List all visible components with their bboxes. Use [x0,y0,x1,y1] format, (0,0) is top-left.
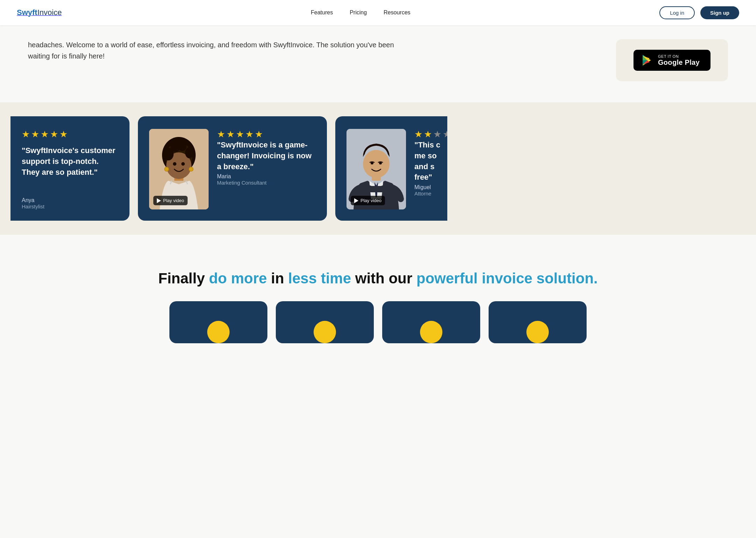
play-triangle-icon-3 [354,198,358,203]
nav-features[interactable]: Features [311,9,333,16]
reviewer-1: Anya Hairstylist [22,196,118,209]
reviewer-name-3: Miguel [414,184,447,191]
svg-point-10 [164,167,169,171]
nav-resources[interactable]: Resources [384,9,410,16]
reviewer-title-2: Marketing Consultant [217,180,316,186]
feature-card-4 [489,301,587,343]
review-text-3: ★ ★ ★ ★ ★ "This cme soand sfree" Miguel … [414,129,447,196]
hero-text: headaches. Welcome to a world of ease, e… [28,39,413,62]
bottom-headline: Finally do more in less time with our po… [28,270,728,287]
headline-teal1: do more [209,270,267,287]
reviewer-name-1: Anya [22,197,118,204]
google-play-text: GET IT ON Google Play [658,54,700,67]
play-video-btn-3[interactable]: Play video [351,196,385,205]
google-play-label: Google Play [658,58,700,67]
get-it-on-label: GET IT ON [658,54,700,58]
svg-point-11 [189,167,193,171]
review-card-2: Play video ★ ★ ★ ★ ★ "SwyftInvoice is a … [138,116,327,221]
review-media-3: Play video ★ ★ ★ ★ ★ "This cme soand sfr… [346,129,436,209]
svg-point-9 [181,162,185,166]
stars-3: ★ ★ ★ ★ ★ [414,129,447,140]
bottom-headline-section: Finally do more in less time with our po… [0,249,756,301]
svg-point-20 [371,162,373,165]
nav-actions: Log in Sign up [659,6,739,19]
reviewer-title-3: Attorne [414,191,447,196]
svg-point-8 [173,162,176,166]
review-card-1: ★ ★ ★ ★ ★ "SwyftInvoice's customer suppo… [10,116,130,221]
headline-teal2: less time [288,270,351,287]
review-quote-3: "This cme soand sfree" [414,140,447,183]
play-video-label-2: Play video [163,198,184,203]
hero-section: headaches. Welcome to a world of ease, e… [0,25,756,92]
play-video-label-3: Play video [360,198,382,203]
headline-part1: Finally [158,270,209,287]
reviewer-title-1: Hairstylist [22,204,118,209]
svg-point-13 [185,147,194,158]
svg-point-16 [175,141,182,149]
login-button[interactable]: Log in [659,6,695,19]
review-card-3: Play video ★ ★ ★ ★ ★ "This cme soand sfr… [335,116,447,221]
feature-icon-4 [526,321,549,343]
logo-swyft: Swyft [17,8,37,17]
feature-icon-2 [314,321,336,343]
reviewer-photo-3: Play video [346,129,406,209]
logo-invoice: Invoice [37,8,62,17]
navigation: SwyftInvoice Features Pricing Resources … [0,0,756,25]
reviewer-name-2: Maria [217,173,316,180]
feature-cards-section [0,301,756,343]
stars-2: ★ ★ ★ ★ ★ [217,129,316,140]
nav-links: Features Pricing Resources [311,9,411,16]
headline-part2: in [267,270,288,287]
review-quote-2: "SwyftInvoice is a game-changer! Invoici… [217,140,316,172]
hero-body: headaches. Welcome to a world of ease, e… [28,39,413,62]
feature-card-3 [382,301,480,343]
play-triangle-icon-2 [157,198,161,203]
headline-teal3: powerful invoice solution. [416,270,598,287]
reviews-inner: ★ ★ ★ ★ ★ "SwyftInvoice's customer suppo… [0,116,458,221]
play-video-btn-2[interactable]: Play video [153,196,188,205]
logo[interactable]: SwyftInvoice [17,8,62,17]
svg-point-21 [379,162,382,165]
feature-card-1 [169,301,267,343]
feature-icon-3 [420,321,442,343]
reviews-section: ★ ★ ★ ★ ★ "SwyftInvoice's customer suppo… [0,102,756,235]
stars-1: ★ ★ ★ ★ ★ [22,129,118,140]
review-text-2: ★ ★ ★ ★ ★ "SwyftInvoice is a game-change… [217,129,316,186]
nav-pricing[interactable]: Pricing [350,9,367,16]
google-play-button[interactable]: GET IT ON Google Play [634,50,710,71]
spacer2 [0,235,756,249]
google-play-icon [640,54,653,67]
svg-point-19 [363,150,390,178]
feature-card-2 [276,301,374,343]
reviewer-2: Maria Marketing Consultant [217,172,316,186]
spacer1 [0,92,756,102]
headline-part3: with our [351,270,416,287]
hero-right-panel: GET IT ON Google Play [616,39,728,81]
feature-icon-1 [207,321,230,343]
signup-button[interactable]: Sign up [700,6,739,19]
reviewer-photo-2: Play video [149,129,209,209]
reviewer-3: Miguel Attorne [414,183,447,196]
review-media-2: Play video ★ ★ ★ ★ ★ "SwyftInvoice is a … [149,129,316,209]
review-quote-1: "SwyftInvoice's customer support is top-… [22,145,118,190]
